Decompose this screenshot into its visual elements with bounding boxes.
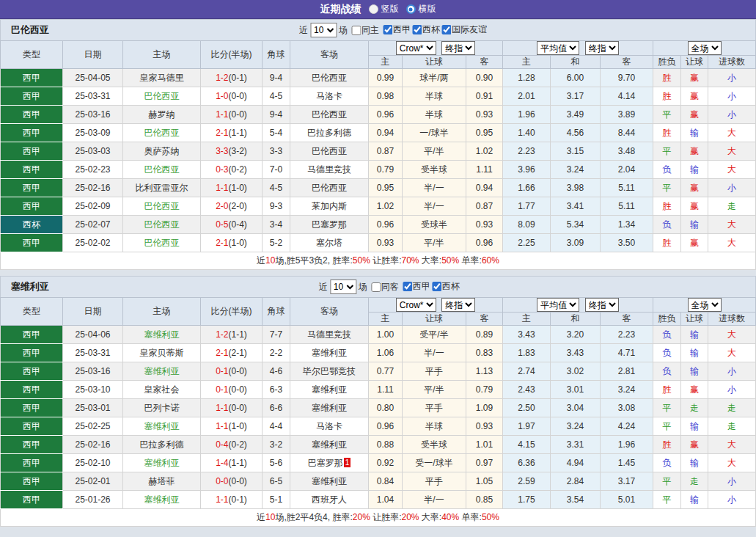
average-select[interactable]: 平均值 <box>537 298 579 312</box>
match-row: 西甲 25-01-26 塞维利亚 1-1(0-1) 5-1 西班牙人 1.04 … <box>1 491 756 509</box>
league-checkbox[interactable]: 西甲 <box>381 23 411 36</box>
result-goals-cell: 大 <box>708 326 756 344</box>
handicap-cell: 平手 <box>403 472 466 491</box>
odds-away-cell: 0.93 <box>466 106 503 124</box>
radio-horizontal-label: 横版 <box>419 3 436 15</box>
match-row: 西甲 25-02-09 巴伦西亚 2-0(2-0) 9-3 莱加内斯 1.02 … <box>1 197 756 216</box>
col-odds-away: 客 <box>466 313 503 326</box>
result-handicap-cell: 赢 <box>681 197 708 216</box>
result-handicap-cell: 赢 <box>681 234 708 252</box>
result-wdl-cell: 胜 <box>653 234 681 252</box>
league-checkbox[interactable]: 西甲 <box>401 280 430 293</box>
odds-home-cell: 0.79 <box>369 161 403 179</box>
score-cell: 0-1(0-0) <box>201 362 263 381</box>
handicap-cell: 受球半 <box>403 216 466 234</box>
fulltime-score: 2-1 <box>216 348 228 358</box>
same-venue-checkbox[interactable]: 同主 <box>350 24 379 37</box>
away-team-cell: 巴拉多利德 <box>290 124 369 142</box>
odds-away-cell: 0.91 <box>466 87 503 106</box>
odds-away-cell: 0.87 <box>466 197 503 216</box>
league-checkbox-input[interactable] <box>441 25 451 34</box>
same-venue-checkbox[interactable]: 同客 <box>370 281 399 293</box>
summary-part: 40% <box>441 512 459 522</box>
recent-count-select[interactable]: 10 <box>330 280 356 294</box>
odds-home-cell: 0.95 <box>369 179 403 197</box>
summary-part: 场,胜2平4负4, 胜率: <box>275 512 352 522</box>
home-team-cell: 塞维利亚 <box>123 326 201 344</box>
date-cell: 25-03-01 <box>63 399 123 417</box>
away-team-cell: 巴塞罗那1 <box>290 454 369 472</box>
col-score: 比分(半场) <box>201 41 263 69</box>
date-cell: 25-02-23 <box>63 161 123 179</box>
corner-cell: 6-3 <box>263 381 290 399</box>
score-cell: 2-1(1-0) <box>201 234 263 252</box>
match-row: 西甲 25-02-25 塞维利亚 1-1(1-0) 4-4 马洛卡 0.96 半… <box>1 417 756 436</box>
league-checkbox-input[interactable] <box>403 282 412 291</box>
col-handicap-result: 让球 <box>681 313 708 326</box>
layout-option-vertical[interactable]: 竖版 <box>369 3 399 15</box>
avg-away-cell: 9.70 <box>601 69 653 87</box>
handicap-cell: 受半球 <box>403 436 466 454</box>
league-checkbox-label: 西甲 <box>393 23 411 36</box>
result-goals-cell: 小 <box>708 491 756 509</box>
odds-away-cell: 0.94 <box>466 179 503 197</box>
date-cell: 25-04-06 <box>63 326 123 344</box>
handicap-cell: 受一/球半 <box>403 454 466 472</box>
home-team-cell: 巴伦西亚 <box>123 216 201 234</box>
match-row: 西甲 25-04-05 皇家马德里 1-2(0-1) 9-4 巴伦西亚 0.99… <box>1 69 756 87</box>
avg-home-cell: 6.36 <box>503 454 551 472</box>
league-checkbox[interactable]: 西杯 <box>411 23 440 36</box>
odds-away-cell: 1.02 <box>466 142 503 161</box>
fulltime-score: 1-1 <box>216 421 228 431</box>
col-avg-home: 主 <box>503 313 551 326</box>
radio-horizontal-icon[interactable] <box>406 4 416 14</box>
league-checkbox-input[interactable] <box>432 282 441 291</box>
league-checkbox[interactable]: 国际友谊 <box>440 23 487 36</box>
full-match-select[interactable]: 全场 <box>688 298 722 312</box>
handicap-cell: 半/一 <box>403 179 466 197</box>
handicap-cell: 平/半 <box>403 381 466 399</box>
same-venue-input[interactable] <box>351 26 361 35</box>
average-stage-select[interactable]: 终指 <box>585 298 619 312</box>
league-type-cell: 西杯 <box>1 216 63 234</box>
home-team-cell: 皇家社会 <box>123 381 201 399</box>
home-team-cell: 巴伦西亚 <box>123 124 201 142</box>
date-cell: 25-02-16 <box>63 436 123 454</box>
summary-part: 20% <box>353 512 370 522</box>
result-goals-cell: 大 <box>708 344 756 362</box>
layout-option-horizontal[interactable]: 横版 <box>406 3 436 15</box>
average-stage-select[interactable]: 终指 <box>585 41 619 55</box>
recent-count-select[interactable]: 10 <box>310 23 337 37</box>
average-select[interactable]: 平均值 <box>537 41 579 55</box>
result-goals-cell: 大 <box>708 142 756 161</box>
same-venue-input[interactable] <box>371 282 381 292</box>
result-handicap-cell: 赢 <box>681 381 708 399</box>
odds-company-select[interactable]: Crow* <box>396 41 436 55</box>
avg-away-cell: 3.08 <box>601 399 653 417</box>
avg-draw-cell: 3.17 <box>551 87 601 106</box>
match-row: 西甲 25-02-16 巴拉多利德 0-4(0-2) 3-2 塞维利亚 0.88… <box>1 436 756 454</box>
avg-away-cell: 3.24 <box>601 381 653 399</box>
result-handicap-cell: 输 <box>681 344 708 362</box>
league-checkbox-input[interactable] <box>412 25 422 34</box>
avg-draw-cell: 3.43 <box>551 344 601 362</box>
league-checkbox-input[interactable] <box>383 25 392 34</box>
radio-vertical-icon[interactable] <box>369 4 378 14</box>
match-row: 西甲 25-03-31 皇家贝蒂斯 2-1(2-1) 2-2 塞维利亚 1.06… <box>1 344 756 362</box>
league-checkbox[interactable]: 西杯 <box>430 280 460 293</box>
corner-cell: 9-3 <box>263 197 290 216</box>
odds-stage-select[interactable]: 终指 <box>441 41 475 55</box>
result-goals-cell: 小 <box>708 69 756 87</box>
odds-company-select[interactable]: Crow* <box>396 298 436 312</box>
fulltime-score: 0-4 <box>216 439 228 450</box>
results-table: 类型 日期 主场 比分(半场) 角球 客场 Crow* 终指 平均值 终指 全场 <box>0 40 756 270</box>
score-cell: 2-1(2-1) <box>201 344 263 362</box>
odds-stage-select[interactable]: 终指 <box>441 298 475 312</box>
corner-cell: 5-6 <box>263 454 290 472</box>
home-team-cell: 奥萨苏纳 <box>123 142 201 161</box>
col-handicap-result: 让球 <box>681 56 708 69</box>
avg-away-cell: 5.11 <box>601 197 653 216</box>
score-cell: 0-3(0-2) <box>201 161 263 179</box>
full-match-select[interactable]: 全场 <box>688 41 722 55</box>
league-type-cell: 西甲 <box>1 142 63 161</box>
